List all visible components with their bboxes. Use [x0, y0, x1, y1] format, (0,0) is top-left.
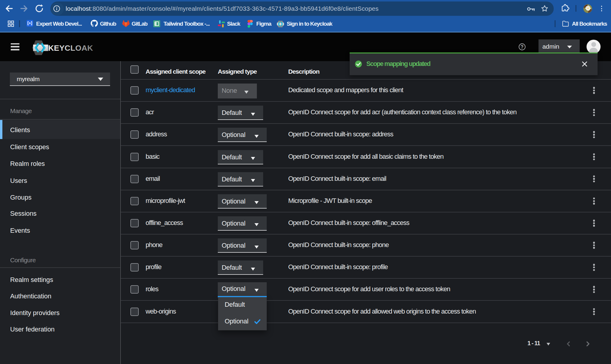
- svg-text:KEYCLOAK: KEYCLOAK: [48, 44, 93, 53]
- svg-text:?: ?: [521, 44, 524, 50]
